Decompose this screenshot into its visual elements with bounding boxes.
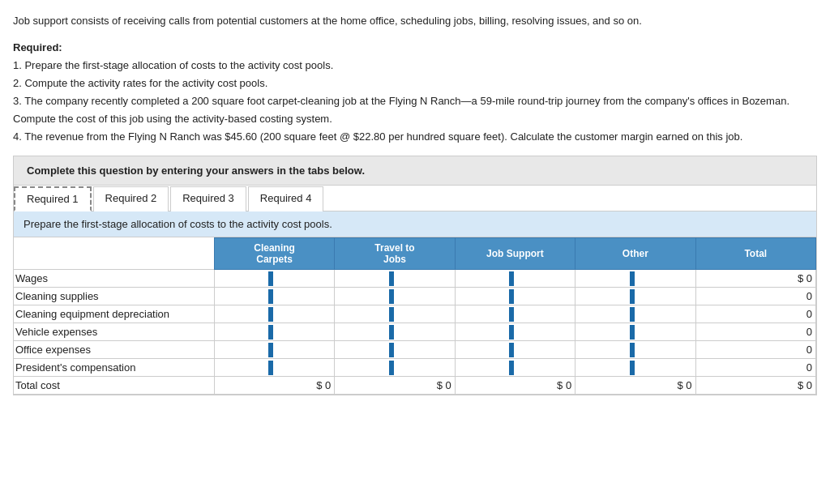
office-travel-input[interactable] [397, 342, 454, 357]
cell-indicator [389, 361, 394, 375]
pres-cleaning-cell [214, 359, 334, 377]
cell-indicator [268, 325, 273, 340]
cell-indicator [389, 325, 394, 340]
pres-travel-cell [335, 359, 455, 377]
tab-required-1[interactable]: Required 1 [14, 186, 92, 211]
requirement-2: 2. Compute the activity rates for the ac… [13, 77, 267, 89]
pres-total-cell: 0 [695, 359, 815, 377]
cell-indicator [268, 271, 273, 286]
cell-indicator [389, 289, 394, 304]
cell-indicator [509, 343, 514, 357]
table-row: Cleaning supplies [14, 288, 816, 305]
cell-indicator [630, 307, 635, 322]
col-header-total: Total [695, 238, 815, 270]
intro-paragraph: Job support consists of receiving calls … [13, 13, 817, 29]
tabs-container: Required 1 Required 2 Required 3 Require… [13, 186, 817, 395]
tab-content-label: Prepare the first-stage allocation of co… [14, 211, 816, 237]
cell-indicator [630, 361, 635, 375]
vehicle-cleaning-input[interactable] [276, 324, 333, 340]
cell-indicator [509, 271, 514, 286]
supplies-cleaning-input[interactable] [276, 288, 333, 304]
row-label-cleaning-supplies: Cleaning supplies [14, 288, 214, 305]
wages-jobsupport-input[interactable] [517, 271, 574, 286]
office-travel-cell [335, 341, 455, 359]
total-total-cell: $ 0 [695, 377, 815, 395]
col-header-job-support: Job Support [455, 238, 575, 270]
pres-travel-input[interactable] [397, 360, 454, 375]
pres-cleaning-input[interactable] [276, 360, 333, 375]
office-other-cell [575, 341, 695, 359]
cell-indicator [389, 343, 394, 357]
wages-cleaning-input[interactable] [276, 271, 333, 286]
office-jobsupport-input[interactable] [517, 342, 574, 357]
cell-indicator [509, 361, 514, 375]
office-jobsupport-cell [455, 341, 575, 359]
pres-other-cell [575, 359, 695, 377]
cell-indicator [268, 361, 273, 375]
supplies-other-input[interactable] [638, 288, 695, 304]
tab-required-4[interactable]: Required 4 [248, 186, 324, 211]
wages-other-cell [575, 270, 695, 288]
wages-other-input[interactable] [638, 271, 695, 286]
tab-required-3[interactable]: Required 3 [170, 186, 246, 211]
equip-jobsupport-input[interactable] [517, 306, 574, 322]
total-travel-cell: $ 0 [335, 377, 455, 395]
vehicle-other-input[interactable] [638, 324, 695, 340]
equip-jobsupport-cell [455, 305, 575, 323]
supplies-travel-cell [335, 288, 455, 305]
tab-required-2[interactable]: Required 2 [93, 186, 169, 211]
cell-indicator [509, 307, 514, 322]
equip-cleaning-cell [214, 305, 334, 323]
vehicle-jobsupport-input[interactable] [517, 324, 574, 340]
office-total-cell: 0 [695, 341, 815, 359]
wages-total-cell: $ 0 [695, 270, 815, 288]
total-jobsupport-cell: $ 0 [455, 377, 575, 395]
equip-cleaning-input[interactable] [276, 306, 333, 322]
col-header-label [14, 238, 214, 270]
equip-travel-input[interactable] [397, 306, 454, 322]
wages-jobsupport-cell [455, 270, 575, 288]
supplies-other-cell [575, 288, 695, 305]
vehicle-travel-input[interactable] [397, 324, 454, 340]
office-other-input[interactable] [638, 342, 695, 357]
supplies-cleaning-cell [214, 288, 334, 305]
cell-indicator [509, 325, 514, 340]
office-cleaning-cell [214, 341, 334, 359]
cell-indicator [630, 271, 635, 286]
complete-box: Complete this question by entering your … [13, 156, 817, 186]
required-label: Required: [13, 41, 62, 53]
tabs-row: Required 1 Required 2 Required 3 Require… [14, 186, 816, 211]
wages-cleaning-cell [214, 270, 334, 288]
cell-indicator [389, 307, 394, 322]
cell-indicator [630, 325, 635, 340]
pres-jobsupport-cell [455, 359, 575, 377]
wages-travel-cell [335, 270, 455, 288]
equip-travel-cell [335, 305, 455, 323]
pres-other-input[interactable] [638, 360, 695, 375]
row-label-wages: Wages [14, 270, 214, 288]
table-row: Vehicle expenses [14, 323, 816, 341]
cell-indicator [509, 289, 514, 304]
col-header-other: Other [575, 238, 695, 270]
table-total-row: Total cost $ 0 $ 0 $ 0 $ 0 $ 0 [14, 377, 816, 395]
col-header-cleaning: CleaningCarpets [214, 238, 334, 270]
office-cleaning-input[interactable] [276, 342, 333, 357]
cell-indicator [268, 343, 273, 357]
required-section: Required: 1. Prepare the first-stage all… [13, 39, 817, 147]
supplies-travel-input[interactable] [397, 288, 454, 304]
table-row: President's compensation [14, 359, 816, 377]
wages-travel-input[interactable] [397, 271, 454, 286]
table-row: Cleaning equipment depreciation [14, 305, 816, 323]
total-cleaning-cell: $ 0 [214, 377, 334, 395]
vehicle-cleaning-cell [214, 323, 334, 341]
supplies-total-cell: 0 [695, 288, 815, 305]
cell-indicator [268, 307, 273, 322]
requirement-4: 4. The revenue from the Flying N Ranch w… [13, 130, 742, 143]
vehicle-total-cell: 0 [695, 323, 815, 341]
supplies-jobsupport-input[interactable] [517, 288, 574, 304]
requirement-1: 1. Prepare the first-stage allocation of… [13, 59, 333, 71]
pres-jobsupport-input[interactable] [517, 360, 574, 375]
supplies-jobsupport-cell [455, 288, 575, 305]
cell-indicator [630, 343, 635, 357]
equip-other-input[interactable] [638, 306, 695, 322]
